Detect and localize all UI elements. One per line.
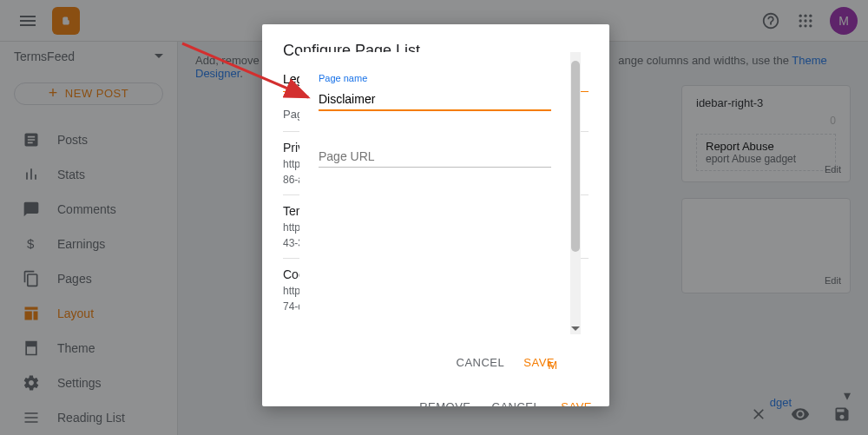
scrollbar[interactable] [570, 52, 581, 334]
scroll-down-icon [571, 324, 580, 333]
cancel-button[interactable]: CANCEL [457, 356, 505, 369]
page-name-label: Page name [319, 73, 551, 83]
save-button[interactable]: SAVE [523, 356, 555, 369]
scrollbar-thumb[interactable] [571, 61, 580, 252]
page-url-input[interactable] [319, 146, 551, 168]
page-name-input[interactable] [319, 89, 551, 111]
save-button[interactable]: SAVE [561, 400, 592, 406]
add-page-dialog: Page name CANCEL SAVE [299, 52, 570, 334]
remove-button[interactable]: REMOVE [419, 400, 470, 406]
cancel-button[interactable]: CANCEL [492, 400, 541, 406]
